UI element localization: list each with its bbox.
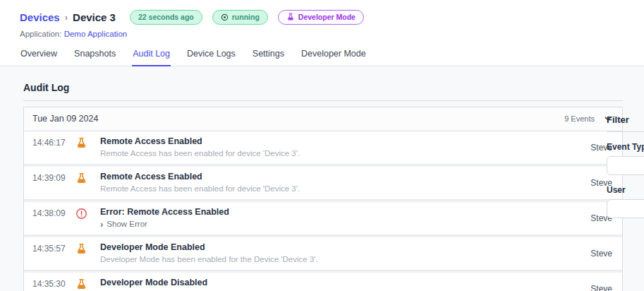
show-error-link[interactable]: › Show Error <box>100 220 590 229</box>
audit-log-table: Tue Jan 09 2024 9 Events 14:46:17 <box>23 107 623 291</box>
last-seen-badge-label: 22 seconds ago <box>138 13 194 22</box>
flask-icon <box>75 237 90 255</box>
audit-log-row: 14:35:30 Developer Mode Disabled Steve <box>24 273 622 291</box>
developer-mode-badge-label: Developer Mode <box>298 13 356 22</box>
show-error-label: Show Error <box>107 220 147 228</box>
event-title: Developer Mode Enabled <box>100 242 590 252</box>
event-body: Remote Access Enabled Remote Access has … <box>100 167 590 193</box>
running-badge-label: running <box>232 13 260 22</box>
event-title: Error: Remote Access Enabled <box>100 207 590 217</box>
device-detail-page: Devices › Device 3 22 seconds ago runnin… <box>0 0 644 291</box>
filter-title: Filter <box>607 114 644 125</box>
page-title: Device 3 <box>73 11 116 23</box>
record-icon <box>221 13 229 21</box>
event-description: Remote Access has been enabled for devic… <box>100 149 590 158</box>
flask-icon <box>75 167 90 184</box>
event-user: Steve <box>590 249 612 259</box>
user-filter-input[interactable] <box>607 199 644 218</box>
date-header-label: Tue Jan 09 2024 <box>32 114 98 124</box>
events-count-badge: 9 Events <box>564 114 595 123</box>
event-time: 14:35:30 <box>32 273 69 289</box>
event-user: Steve <box>590 284 612 291</box>
event-time: 14:38:09 <box>32 202 69 218</box>
tab-developer-mode[interactable]: Developer Mode <box>300 49 367 66</box>
user-filter-label: User <box>607 185 644 195</box>
tab-device-logs[interactable]: Device Logs <box>186 49 236 66</box>
event-title: Remote Access Enabled <box>100 136 590 146</box>
audit-log-row: 14:38:09 Error: Remote Access Enabled › … <box>24 202 622 235</box>
breadcrumb-devices-link[interactable]: Devices <box>20 11 60 23</box>
event-title: Remote Access Enabled <box>100 172 590 182</box>
filter-panel: Filter Event Type User <box>607 114 644 218</box>
audit-log-section: Audit Log Tue Jan 09 2024 9 Events 14:46… <box>0 66 644 291</box>
event-type-filter-input[interactable] <box>607 156 644 175</box>
audit-log-row: 14:35:57 Developer Mode Enabled Develope… <box>24 237 622 271</box>
section-divider <box>23 100 623 101</box>
event-title: Developer Mode Disabled <box>100 278 590 287</box>
section-title: Audit Log <box>0 66 644 93</box>
tab-bar: Overview Snapshots Audit Log Device Logs… <box>0 38 644 66</box>
event-time: 14:35:57 <box>32 237 69 254</box>
filter-divider <box>607 131 644 132</box>
flask-icon <box>286 13 295 21</box>
application-label: Application: <box>20 30 61 38</box>
event-time: 14:39:09 <box>32 167 69 183</box>
page-header: Devices › Device 3 22 seconds ago runnin… <box>0 0 644 66</box>
breadcrumb-separator: › <box>65 12 68 23</box>
event-description: Developer Mode has been enabled for the … <box>100 255 590 263</box>
breadcrumb: Devices › Device 3 22 seconds ago runnin… <box>0 0 644 25</box>
application-row: Application: Demo Application <box>0 25 644 38</box>
audit-log-row: 14:39:09 Remote Access Enabled Remote Ac… <box>24 167 622 200</box>
last-seen-badge: 22 seconds ago <box>130 10 202 25</box>
tab-audit-log[interactable]: Audit Log <box>132 49 171 66</box>
event-body: Remote Access Enabled Remote Access has … <box>100 131 590 158</box>
flask-icon <box>75 273 90 290</box>
chevron-right-icon: › <box>100 220 103 229</box>
event-description: Remote Access has been enabled for devic… <box>100 184 590 193</box>
status-badges: 22 seconds ago running <box>130 10 364 25</box>
error-icon <box>75 202 90 220</box>
event-time: 14:46:17 <box>32 131 69 148</box>
event-body: Developer Mode Enabled Developer Mode ha… <box>100 237 590 263</box>
audit-log-row: 14:46:17 Remote Access Enabled Remote Ac… <box>24 131 622 165</box>
developer-mode-badge: Developer Mode <box>278 10 364 25</box>
event-type-filter-label: Event Type <box>607 142 644 152</box>
application-link[interactable]: Demo Application <box>64 30 128 38</box>
event-body: Error: Remote Access Enabled › Show Erro… <box>100 202 590 229</box>
tab-overview[interactable]: Overview <box>20 49 58 66</box>
flask-icon <box>75 131 90 149</box>
tab-snapshots[interactable]: Snapshots <box>73 49 116 66</box>
running-status-badge: running <box>212 10 268 25</box>
date-group-header[interactable]: Tue Jan 09 2024 9 Events <box>24 107 622 131</box>
date-header-right: 9 Events <box>564 114 613 124</box>
event-body: Developer Mode Disabled <box>100 273 590 287</box>
tab-settings[interactable]: Settings <box>252 49 285 66</box>
